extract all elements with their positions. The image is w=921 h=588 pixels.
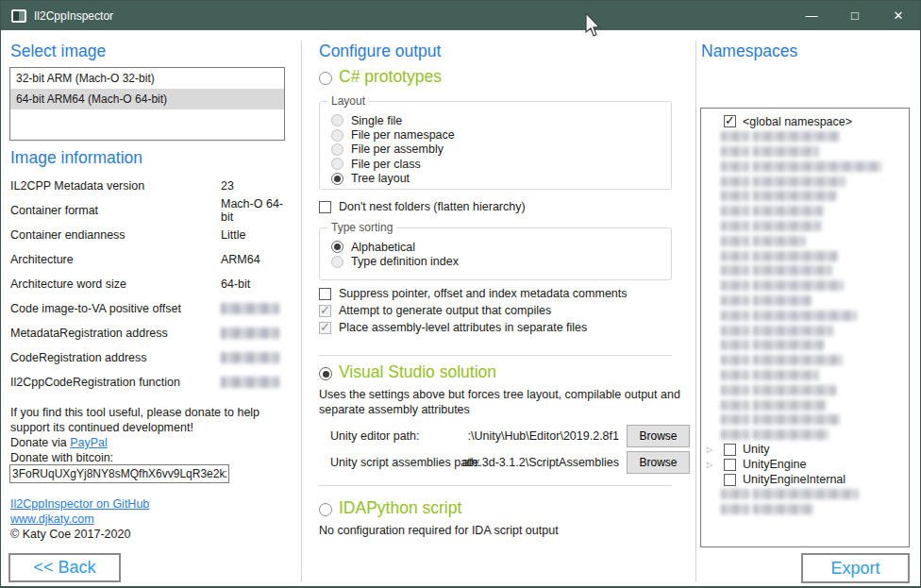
configure-output-header: Configure output [319,42,441,61]
redacted-block [721,161,749,172]
info-label: IL2CPP Metadata version [10,179,144,193]
redacted-block [753,355,843,365]
namespace-item-redacted[interactable] [702,278,844,294]
radio-option-label: Tree layout [351,172,410,185]
radio-option[interactable]: File per assembly [331,143,665,157]
radio-option[interactable]: Alphabetical [331,240,665,254]
redacted-block [721,326,749,336]
bitcoin-label: Donate with bitcoin: [10,450,113,465]
namespaces-tree[interactable]: ✓ <global namespace> [700,108,910,547]
namespaces-header: Namespaces [701,42,797,61]
namespace-item-redacted[interactable] [702,219,821,234]
image-list-item[interactable]: 64-bit ARM64 (Mach-O 64-bit) [10,89,284,109]
maximize-button[interactable]: □ [833,1,877,30]
export-button[interactable]: Export [801,553,910,583]
redacted-block [721,370,749,380]
namespace-item-redacted[interactable] [702,263,832,278]
type-sorting-groupbox: Type sorting Alphabetical Type definitio… [319,227,672,280]
namespace-item[interactable]: ✓ <global namespace> [702,114,852,129]
namespace-item-redacted[interactable] [702,397,827,412]
radio-option[interactable]: Single file [331,113,665,127]
info-label: Code image-to-VA positive offset [10,302,181,315]
radio-option[interactable]: File per class [331,157,665,171]
namespace-item-redacted[interactable] [702,233,806,248]
radio-option[interactable]: Type definition index [331,254,665,268]
unity-editor-browse-button[interactable]: Browse [627,425,690,447]
radio-icon [331,158,343,170]
idapython-radio[interactable]: IDAPython script [319,498,461,518]
redacted-block [721,236,749,246]
namespace-item[interactable]: ▷ ✓ Unity [702,443,769,458]
info-row: Architecture ARM64 [10,247,293,272]
idapython-description: No configuration required for IDA script… [319,523,689,538]
back-button[interactable]: << Back [8,553,121,582]
bitcoin-address-input[interactable] [9,464,229,483]
divider [319,485,672,486]
info-label: Container format [10,204,98,217]
namespace-item-redacted[interactable] [702,368,819,383]
namespace-item-redacted[interactable] [702,382,836,397]
expander-icon[interactable]: ▷ [707,461,716,469]
namespace-item-redacted[interactable] [702,129,840,144]
namespace-item-redacted[interactable] [702,487,859,502]
checkbox-option[interactable]: ✓ Attempt to generate output that compil… [319,304,551,317]
radio-option[interactable]: File per namespace [331,127,665,142]
redacted-block [753,131,840,142]
checkbox-option[interactable]: ✓ Don't nest folders (flatten hierarchy) [319,200,526,213]
namespace-item-redacted[interactable] [702,323,833,338]
redacted-block [721,355,749,365]
namespace-item-redacted[interactable] [702,174,846,189]
checkbox-icon[interactable]: ✓ [724,444,736,456]
namespace-item-redacted[interactable] [702,159,881,174]
namespace-item-redacted[interactable] [702,353,843,368]
info-label: Il2CppCodeRegistration function [10,376,180,389]
namespace-item-redacted[interactable] [702,144,819,160]
checkbox-option[interactable]: ✓ Suppress pointer, offset and index met… [319,287,628,300]
namespace-item-redacted[interactable] [702,428,829,443]
namespace-item-redacted[interactable] [702,204,823,219]
redacted-block [753,504,813,514]
type-sorting-group-title: Type sorting [327,221,396,234]
namespace-item-redacted[interactable] [702,412,840,428]
checkbox-option-label: Suppress pointer, offset and index metad… [339,287,628,300]
layout-group-title: Layout [327,94,369,108]
csharp-prototypes-radio[interactable]: C# prototypes [319,67,442,87]
radio-icon [331,129,343,142]
namespace-item-redacted[interactable] [702,189,836,204]
radio-option[interactable]: Tree layout [331,172,665,186]
checkbox-icon[interactable]: ✓ [724,115,736,127]
csharp-prototypes-label: C# prototypes [339,67,442,87]
unity-script-browse-button[interactable]: Browse [627,451,690,474]
info-row: Architecture word size 64-bit [10,272,293,296]
namespace-item-redacted[interactable] [702,338,824,353]
unity-script-path-value[interactable]: ate.3d-3.1.2\ScriptAssemblies [430,456,619,469]
checkbox-icon[interactable]: ✓ [724,459,736,471]
close-button[interactable]: ✕ [877,1,920,30]
checkbox-icon[interactable]: ✓ [724,474,736,486]
divider [301,41,302,582]
website-link[interactable]: www.djkaty.com [10,512,94,526]
namespace-item[interactable]: ▷ ✓ UnityEngine [702,457,806,472]
image-listbox[interactable]: 32-bit ARM (Mach-O 32-bit)64-bit ARM64 (… [9,67,285,141]
github-link[interactable]: Il2CppInspector on GitHub [10,497,149,511]
expander-icon[interactable]: ▷ [707,445,716,454]
namespace-item-redacted[interactable] [702,248,838,263]
radio-icon [331,173,343,185]
info-row: Il2CppCodeRegistration function [10,370,293,395]
namespace-item-redacted[interactable] [702,308,857,323]
unity-editor-path-value[interactable]: :\Unity\Hub\Editor\2019.2.8f1 [430,429,619,443]
visual-studio-description: Uses the settings above but forces tree … [319,387,689,417]
namespace-item-redacted[interactable] [702,294,812,309]
image-list-item[interactable]: 32-bit ARM (Mach-O 32-bit) [10,68,284,89]
redacted-block [721,414,749,425]
radio-option-label: File per class [351,158,421,171]
redacted-block [753,385,836,395]
paypal-link[interactable]: PayPal [70,436,108,449]
radio-icon [331,256,343,268]
redacted-block [753,311,857,321]
namespace-item-redacted[interactable] [702,502,813,517]
visual-studio-radio[interactable]: Visual Studio solution [319,362,496,382]
checkbox-option[interactable]: ✓ Place assembly-level attributes in sep… [319,321,587,334]
namespace-item[interactable]: ✓ UnityEngineInternal [702,472,846,487]
minimize-button[interactable]: — [790,1,833,30]
